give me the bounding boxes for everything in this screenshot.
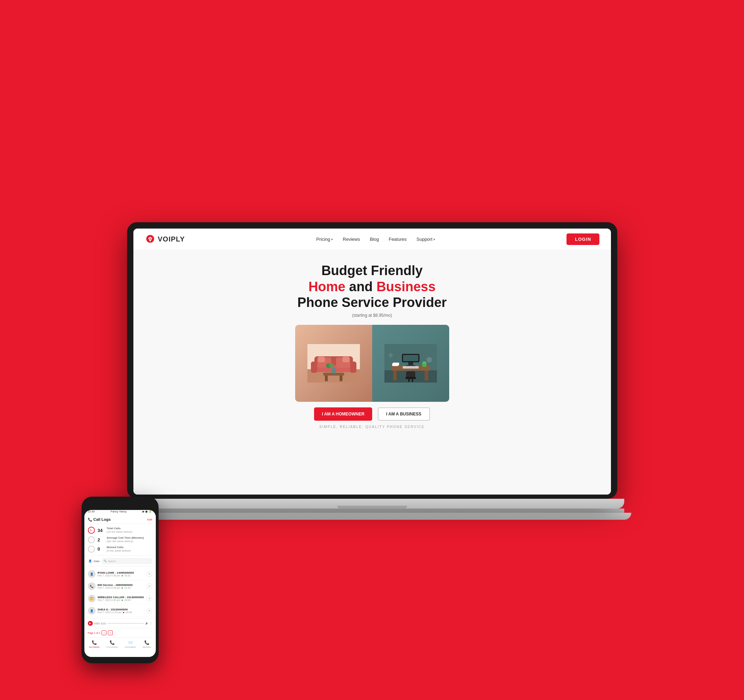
total-calls-number: 34 bbox=[98, 528, 104, 533]
voiply-logo-icon bbox=[144, 234, 156, 245]
hero-tagline: SIMPLE, RELIABLE, QUALITY PHONE SERVICE bbox=[319, 425, 425, 429]
laptop-screen: VOIPLY Pricing ▾ Reviews Blog bbox=[133, 229, 611, 495]
page-next-button[interactable]: › bbox=[101, 630, 106, 635]
svg-rect-35 bbox=[403, 355, 418, 361]
business-button[interactable]: I AM A BUSINESS bbox=[378, 407, 430, 421]
svg-point-0 bbox=[146, 235, 154, 242]
logo-text: VOIPLY bbox=[158, 235, 185, 243]
missed-calls-number: 0 bbox=[98, 546, 104, 551]
call-actions-2: ⊕ bbox=[147, 596, 152, 601]
nav-links: Pricing ▾ Reviews Blog Features bbox=[316, 236, 435, 242]
hero-image bbox=[295, 325, 449, 402]
call-avatar-0: 👤 bbox=[88, 570, 95, 578]
svg-rect-14 bbox=[311, 361, 317, 373]
home-illustration bbox=[295, 325, 372, 402]
call-actions-0: ⊕ bbox=[147, 571, 152, 577]
search-icon: 🔍 bbox=[104, 560, 107, 562]
svg-rect-18 bbox=[318, 357, 325, 362]
call-info-0: RYAN LOWE - 14490000000 Feb 7, 2023 4:38… bbox=[98, 571, 144, 577]
phone-app-header: 📞 Call Logs Edit bbox=[84, 514, 156, 524]
incoming-icon: 📞 bbox=[91, 640, 97, 645]
laptop: VOIPLY Pricing ▾ Reviews Blog bbox=[127, 222, 617, 520]
audio-progress-bar[interactable] bbox=[107, 623, 144, 624]
svg-rect-38 bbox=[393, 363, 399, 366]
svg-point-44 bbox=[422, 361, 426, 364]
audio-play-button[interactable]: ▶ bbox=[88, 621, 93, 626]
hero-subtitle: (starting at $8.95/mo) bbox=[352, 313, 392, 318]
phone-pagination: Page 1 of 1 › » bbox=[84, 628, 156, 638]
laptop-base bbox=[120, 499, 624, 508]
phone-carrier: Fancy Yancy bbox=[111, 510, 127, 513]
audio-volume-icon: 🔊 bbox=[145, 622, 149, 625]
website: VOIPLY Pricing ▾ Reviews Blog bbox=[133, 229, 611, 495]
phone-status-bar: 12:30 Fancy Yancy ▶ ◼ 🔋 bbox=[84, 510, 156, 514]
call-info-1: 800 Service - 18800000000 Feb 7, 2023 6:… bbox=[98, 583, 144, 589]
call-action-btn-3[interactable]: ⊕ bbox=[147, 608, 152, 614]
phone-notch bbox=[106, 501, 134, 508]
bottom-nav-missed[interactable]: 📞 MISSED bbox=[143, 640, 151, 648]
nav-pricing[interactable]: Pricing ▾ bbox=[316, 236, 333, 242]
homeowner-button[interactable]: I AM A HOMEOWNER bbox=[314, 407, 372, 421]
login-button[interactable]: LOGIN bbox=[567, 233, 600, 245]
svg-rect-30 bbox=[393, 371, 397, 380]
phone-edit-button[interactable]: Edit bbox=[147, 518, 152, 521]
call-info-3: SHEA G - 19130000000 Feb 7, 2023 11:43 p… bbox=[98, 608, 144, 614]
nav-support[interactable]: Support ▾ bbox=[417, 236, 436, 242]
support-chevron-icon: ▾ bbox=[433, 238, 435, 241]
voicemail-icon: 📨 bbox=[128, 640, 133, 645]
call-dot-1 bbox=[122, 587, 123, 589]
call-dot-3 bbox=[123, 612, 124, 613]
phone-app-icon: 📞 bbox=[88, 518, 92, 522]
office-scene-svg bbox=[384, 344, 437, 383]
laptop-screen-outer: VOIPLY Pricing ▾ Reviews Blog bbox=[127, 222, 617, 499]
svg-point-1 bbox=[149, 236, 151, 238]
logo: VOIPLY bbox=[144, 234, 185, 245]
bottom-nav-voicemail[interactable]: 📨 VOICEMAIL bbox=[125, 640, 136, 648]
svg-rect-15 bbox=[350, 361, 356, 373]
call-item-0: 👤 RYAN LOWE - 14490000000 Feb 7, 2023 4:… bbox=[84, 568, 156, 580]
call-action-btn-0[interactable]: ⊕ bbox=[147, 571, 152, 577]
svg-rect-21 bbox=[325, 376, 328, 381]
call-info-2: WIRELESS CALLER - 19130000000 Feb 7, 202… bbox=[98, 596, 144, 601]
nav-reviews[interactable]: Reviews bbox=[343, 236, 360, 242]
svg-rect-36 bbox=[403, 366, 419, 369]
office-illustration bbox=[372, 325, 449, 402]
phone-time: 12:30 bbox=[88, 510, 95, 513]
call-actions-3: ⊕ bbox=[147, 608, 152, 614]
call-item-1: 📞 800 Service - 18800000000 Feb 7, 2023 … bbox=[84, 580, 156, 593]
scene: VOIPLY Pricing ▾ Reviews Blog bbox=[40, 26, 705, 674]
phone-screen: 12:30 Fancy Yancy ▶ ◼ 🔋 📞 Call Logs Edit… bbox=[84, 510, 156, 657]
call-list: 👤 RYAN LOWE - 14490000000 Feb 7, 2023 4:… bbox=[84, 567, 156, 618]
nav-features[interactable]: Features bbox=[388, 236, 406, 242]
nav-blog[interactable]: Blog bbox=[370, 236, 379, 242]
svg-rect-42 bbox=[405, 377, 416, 379]
bottom-nav-outgoing[interactable]: 📞 OUTGOING bbox=[106, 640, 118, 648]
call-avatar-3: 👤 bbox=[88, 607, 95, 615]
call-action-btn-1[interactable]: ⊕ bbox=[147, 583, 152, 589]
total-calls-icon: ↻ bbox=[88, 527, 95, 534]
call-avatar-2: 📶 bbox=[88, 594, 95, 602]
call-dot-2 bbox=[122, 600, 123, 601]
phone-stats: ↻ 34 Total Calls (19 the week before) ↓ … bbox=[84, 524, 156, 556]
call-avatar-1: 📞 bbox=[88, 583, 95, 590]
hero-buttons: I AM A HOMEOWNER I AM A BUSINESS bbox=[314, 407, 430, 421]
call-item-2: 📶 WIRELESS CALLER - 19130000000 Feb 7, 2… bbox=[84, 593, 156, 605]
missed-calls-desc: Missed Calls (0 the week before) bbox=[107, 545, 131, 553]
missed-calls-icon: ↓ bbox=[88, 545, 95, 553]
svg-point-46 bbox=[388, 353, 393, 357]
home-scene-svg bbox=[307, 344, 360, 383]
bottom-nav-incoming[interactable]: 📞 INCOMING bbox=[89, 640, 100, 648]
phone-search-bar[interactable]: 🔍 Search bbox=[101, 558, 152, 564]
stat-total-calls: ↻ 34 Total Calls (19 the week before) bbox=[88, 527, 152, 534]
svg-rect-19 bbox=[342, 357, 350, 362]
call-item-3: 👤 SHEA G - 19130000000 Feb 7, 2023 11:43… bbox=[84, 605, 156, 617]
page-last-button[interactable]: » bbox=[108, 630, 113, 635]
call-action-btn-2[interactable]: ⊕ bbox=[147, 596, 152, 601]
svg-rect-22 bbox=[339, 376, 342, 381]
phone-bottom-nav: 📞 INCOMING 📞 OUTGOING 📨 VOICEMAIL 📞 MISS… bbox=[84, 638, 156, 650]
phone-home-indicator bbox=[106, 659, 134, 660]
phone-app-title: 📞 Call Logs bbox=[88, 517, 111, 522]
avg-call-desc: Average Call Time (Minutes) (3er the wee… bbox=[107, 536, 144, 544]
date-filter-button[interactable]: 👤 Date bbox=[88, 559, 100, 563]
hero-title: Budget Friendly Home and Business Phone … bbox=[297, 263, 447, 311]
